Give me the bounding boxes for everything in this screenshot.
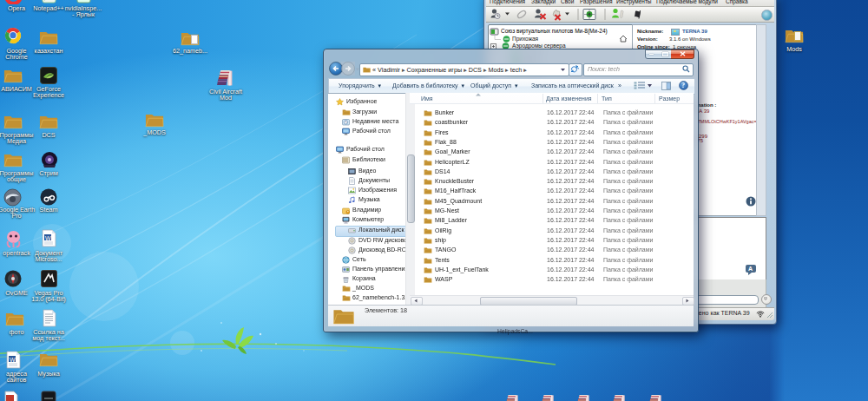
svg-text:W: W — [10, 357, 16, 363]
svg-text:?: ? — [681, 82, 685, 89]
svg-text:A: A — [748, 266, 753, 272]
svg-text:W: W — [45, 235, 51, 241]
